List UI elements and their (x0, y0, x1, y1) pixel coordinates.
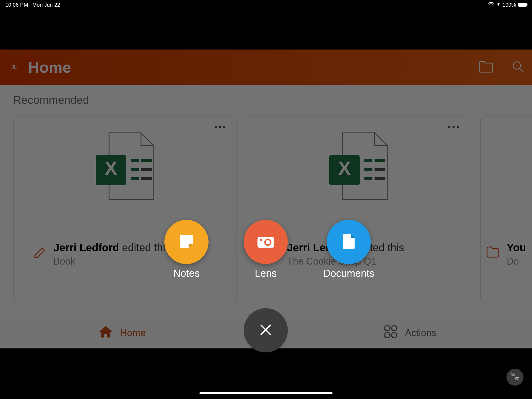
notes-icon (178, 233, 194, 250)
status-battery-percent: 100% (502, 2, 516, 8)
fab-documents[interactable]: Documents (323, 220, 374, 279)
lens-icon (256, 234, 275, 250)
svg-rect-22 (257, 237, 274, 248)
fab-documents-label: Documents (323, 268, 374, 279)
fab-notes[interactable]: Notes (164, 220, 209, 279)
fab-notes-label: Notes (173, 268, 200, 279)
modal-overlay[interactable] (0, 10, 532, 348)
wifi-icon (488, 2, 494, 8)
svg-rect-24 (260, 239, 262, 241)
battery-icon (518, 3, 527, 7)
fab-close-button[interactable] (244, 308, 288, 352)
pip-collapse-button[interactable] (506, 369, 523, 386)
collapse-icon (510, 372, 519, 382)
status-bar: 10:06 PM Mon Jun 22 100% (0, 0, 532, 10)
close-icon (259, 323, 272, 338)
status-time: 10:06 PM (5, 2, 28, 8)
documents-icon (342, 233, 356, 251)
status-date: Mon Jun 22 (32, 2, 60, 8)
location-icon (496, 2, 500, 8)
fab-lens[interactable]: Lens (244, 220, 288, 279)
home-indicator[interactable] (200, 392, 332, 394)
fab-lens-label: Lens (255, 268, 277, 279)
